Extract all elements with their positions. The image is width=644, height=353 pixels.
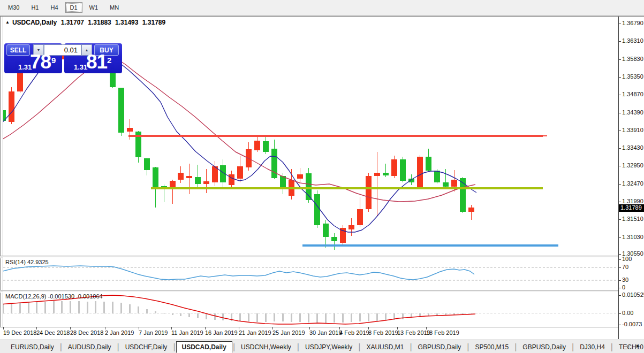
rsi-axis-label-tick (618, 259, 621, 260)
buy-price-big: 81 (86, 52, 107, 72)
timeframe-tab-h1[interactable]: H1 (26, 2, 43, 13)
tab-separator: | (233, 342, 235, 352)
chart-tab-usdcnh-weekly[interactable]: USDCNH,Weekly (236, 342, 297, 352)
price-axis-label: 1.34390 (622, 109, 643, 116)
chart-tab-gbpusd-daily[interactable]: GBPUSD,Daily (517, 342, 571, 352)
rsi-axis-label-tick (618, 267, 621, 268)
date-axis-label: 4 Feb 2019 (339, 329, 369, 336)
chart-tab-dj30-h4[interactable]: DJ30,H4 (574, 342, 610, 352)
price-axis-separator (618, 17, 619, 339)
chart-window: ▲USDCAD,Daily 1.31707 1.31883 1.31493 1.… (0, 16, 644, 353)
tab-separator: | (358, 342, 360, 352)
price-axis-label-tick (618, 148, 621, 149)
date-axis-label: 11 Jan 2019 (171, 329, 203, 336)
tab-separator: | (297, 342, 299, 352)
tab-separator: | (60, 342, 62, 352)
macd-axis-label-tick (618, 325, 621, 325)
chart-tab-gbpusd-daily[interactable]: GBPUSD,Daily (413, 342, 467, 352)
date-axis-label: 28 Dec 2018 (70, 329, 103, 336)
tab-scroll-buttons: ◄► (625, 343, 641, 349)
macd-axis-label: 0.010525 (622, 291, 644, 298)
price-axis-label-tick (618, 131, 621, 131)
tab-separator: | (572, 342, 574, 352)
price-axis-label: 1.32470 (622, 180, 643, 187)
price-axis-label-tick (618, 41, 621, 42)
chart-tab-eurusd-daily[interactable]: EURUSD,Daily (5, 342, 59, 352)
ohlc-high: 1.31883 (88, 19, 111, 26)
price-axis-label-tick (618, 202, 621, 202)
date-axis-label: 25 Jan 2019 (272, 329, 305, 336)
date-axis[interactable]: 19 Dec 201824 Dec 201828 Dec 20182 Jan 2… (0, 327, 618, 340)
price-axis-label: 1.31990 (622, 198, 643, 204)
buy-price-sup: 2 (107, 56, 111, 64)
timeframe-tab-d1[interactable]: D1 (65, 2, 82, 13)
timeframe-tab-m30[interactable]: M30 (3, 2, 24, 13)
tab-separator: | (467, 342, 469, 352)
tab-separator: | (611, 342, 613, 352)
timeframe-toolbar: M30H1H4D1W1MN (0, 0, 644, 16)
sell-price-big: 78 (30, 52, 51, 72)
date-axis-label: 2 Jan 2019 (105, 329, 134, 336)
sell-button[interactable]: SELL (6, 44, 30, 56)
rsi-axis-label-tick (618, 288, 621, 288)
window-left-border (0, 17, 1, 353)
rsi-axis-label: 0 (622, 284, 625, 290)
rsi-axis-label: 30 (622, 277, 628, 283)
price-axis-label-tick (618, 219, 621, 220)
rsi-label: RSI(14) 42.9325 (5, 259, 49, 265)
timeframe-tab-mn[interactable]: MN (105, 2, 124, 13)
chart-tab-bar: EURUSD,Daily|AUDUSD,Daily|USDCHF,Daily|U… (0, 340, 644, 353)
price-axis-label-tick (618, 24, 621, 24)
chart-symbol-title: USDCAD,Daily (12, 19, 57, 26)
macd-axis-label-tick (618, 295, 621, 296)
rsi-axis-label-tick (618, 280, 621, 281)
price-axis-label: 1.32950 (622, 162, 643, 168)
chart-tab-usdjpy-weekly[interactable]: USDJPY,Weekly (300, 342, 358, 352)
date-axis-label: 18 Feb 2019 (426, 329, 459, 336)
tab-separator: | (514, 342, 517, 352)
date-axis-label: 24 Dec 2018 (36, 329, 70, 336)
macd-axis-label: 0.00 (622, 310, 633, 316)
price-axis-label-tick (618, 77, 621, 78)
macd-axis-label: -0.0073 (622, 321, 642, 327)
ohlc-close: 1.31789 (142, 19, 165, 26)
timeframe-tab-h4[interactable]: H4 (46, 2, 63, 13)
chart-tab-sp500-m15[interactable]: SP500,M15 (469, 342, 514, 352)
price-axis-label: 1.36310 (622, 37, 643, 44)
date-axis-label: 7 Jan 2019 (139, 329, 168, 336)
scroll-right-icon[interactable]: ► (635, 343, 641, 349)
date-axis-label: 30 Jan 2019 (309, 329, 342, 336)
date-axis-label: 13 Feb 2019 (397, 329, 430, 336)
collapse-panel-icon[interactable]: ▲ (5, 20, 10, 25)
price-axis-label: 1.33910 (622, 127, 643, 133)
chart-header: ▲USDCAD,Daily 1.31707 1.31883 1.31493 1.… (5, 19, 168, 26)
date-axis-label: 19 Dec 2018 (3, 329, 36, 336)
price-axis-label-tick (618, 184, 621, 185)
rsi-indicator-chart[interactable] (3, 257, 618, 290)
date-axis-label: 21 Jan 2019 (239, 329, 271, 336)
price-axis-label: 1.35830 (622, 56, 643, 62)
date-axis-label: 8 Feb 2019 (368, 329, 398, 336)
price-axis-label: 1.31510 (622, 216, 643, 222)
buy-price-prefix: 1.31 (74, 64, 87, 71)
price-axis-label: 1.35350 (622, 73, 643, 80)
timeframe-tab-w1[interactable]: W1 (85, 2, 103, 13)
price-axis-label-tick (618, 59, 621, 60)
chart-tab-audusd-daily[interactable]: AUDUSD,Daily (63, 342, 117, 352)
macd-axis-label-tick (618, 313, 621, 314)
price-axis-label: 1.34870 (622, 91, 643, 97)
ohlc-open: 1.31707 (61, 19, 84, 26)
price-axis-label: 1.36790 (622, 20, 643, 26)
rsi-axis-label: 70 (622, 264, 628, 270)
chart-tab-xauusd-m1[interactable]: XAUUSD,M1 (361, 342, 409, 352)
chart-tab-usdchf-daily[interactable]: USDCHF,Daily (120, 342, 173, 352)
tab-separator: | (173, 342, 175, 352)
rsi-axis-label: 100 (622, 256, 632, 262)
price-axis-label-tick (618, 237, 621, 238)
scroll-left-icon[interactable]: ◄ (625, 343, 630, 349)
tab-separator: | (117, 342, 119, 352)
price-axis-label-tick (618, 95, 621, 95)
price-axis-label: 1.33430 (622, 144, 643, 151)
date-axis-label: 16 Jan 2019 (205, 329, 238, 336)
chart-tab-usdcad-daily[interactable]: USDCAD,Daily (176, 341, 232, 353)
